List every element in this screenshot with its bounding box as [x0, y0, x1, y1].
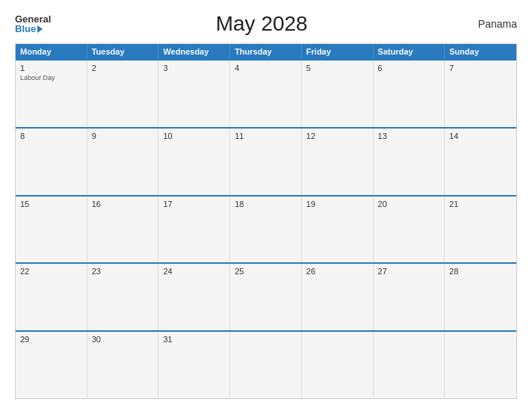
calendar-cell: [302, 332, 374, 398]
calendar-cell: 9: [87, 129, 159, 195]
calendar-cell: 27: [374, 264, 445, 330]
calendar-cell: 17: [158, 197, 230, 263]
header-sunday: Sunday: [445, 44, 516, 59]
day-number: 7: [449, 64, 512, 72]
header-thursday: Thursday: [230, 44, 302, 59]
calendar-cell: 6: [374, 61, 445, 127]
calendar-cell: 28: [445, 264, 516, 330]
week-row-4: 22232425262728: [16, 262, 516, 330]
calendar-cell: 25: [230, 264, 302, 330]
calendar-cell: 29: [16, 332, 87, 398]
calendar-cell: 5: [302, 61, 374, 127]
calendar-grid: Monday Tuesday Wednesday Thursday Friday…: [15, 43, 517, 399]
day-number: 4: [235, 64, 297, 72]
calendar-page: General Blue May 2028 Panama Monday Tues…: [0, 0, 532, 411]
calendar-cell: 19: [302, 197, 374, 263]
day-number: 24: [163, 267, 225, 276]
calendar-cell: 2: [87, 61, 159, 127]
logo: General Blue: [15, 14, 51, 34]
day-number: 3: [163, 64, 225, 72]
calendar-cell: 3: [158, 61, 230, 127]
calendar-cell: 22: [16, 264, 87, 330]
day-number: 25: [235, 267, 297, 276]
calendar-cell: 11: [230, 129, 302, 195]
calendar-cell: [445, 332, 516, 398]
calendar-cell: 7: [445, 61, 516, 127]
country-label: Panama: [472, 18, 517, 30]
calendar-cell: 20: [374, 197, 445, 263]
day-number: 19: [306, 200, 368, 208]
calendar-cell: 31: [158, 332, 230, 398]
day-number: 18: [235, 200, 297, 208]
day-number: 12: [306, 132, 368, 140]
week-row-5: 293031: [16, 330, 516, 398]
calendar-cell: [374, 332, 445, 398]
day-number: 14: [449, 132, 512, 140]
day-number: 30: [92, 335, 154, 344]
calendar-cell: 18: [230, 197, 302, 263]
day-number: 1: [20, 64, 82, 72]
calendar-cell: 8: [16, 129, 87, 195]
calendar-cell: 23: [87, 264, 159, 330]
logo-triangle-icon: [37, 25, 43, 33]
calendar-cell: 30: [87, 332, 159, 398]
day-number: 8: [20, 132, 82, 140]
calendar-cell: [230, 332, 302, 398]
calendar-cell: 13: [374, 129, 445, 195]
header-tuesday: Tuesday: [87, 44, 159, 59]
day-number: 5: [306, 64, 368, 72]
day-number: 6: [378, 64, 440, 72]
calendar-cell: 26: [302, 264, 374, 330]
week-row-2: 891011121314: [16, 127, 516, 195]
day-number: 13: [378, 132, 440, 140]
header-saturday: Saturday: [374, 44, 445, 59]
day-number: 11: [235, 132, 297, 140]
header-friday: Friday: [302, 44, 374, 59]
calendar-cell: 15: [16, 197, 87, 263]
header-monday: Monday: [16, 44, 87, 59]
holiday-label: Labour Day: [20, 74, 82, 83]
calendar-cell: 4: [230, 61, 302, 127]
logo-blue-text: Blue: [15, 24, 43, 34]
day-number: 10: [163, 132, 225, 140]
day-number: 22: [20, 267, 82, 276]
day-number: 15: [20, 200, 82, 208]
calendar-header: Monday Tuesday Wednesday Thursday Friday…: [16, 44, 516, 59]
week-row-1: 1Labour Day234567: [16, 59, 516, 127]
day-number: 2: [92, 64, 154, 72]
calendar-title: May 2028: [51, 12, 472, 36]
day-number: 26: [306, 267, 368, 276]
day-number: 23: [92, 267, 154, 276]
calendar-cell: 21: [445, 197, 516, 263]
calendar-cell: 10: [158, 129, 230, 195]
calendar-cell: 24: [158, 264, 230, 330]
calendar-cell: 16: [87, 197, 159, 263]
calendar-cell: 12: [302, 129, 374, 195]
calendar-cell: 14: [445, 129, 516, 195]
day-number: 31: [163, 335, 225, 344]
week-row-3: 15161718192021: [16, 195, 516, 263]
day-number: 17: [163, 200, 225, 208]
day-number: 21: [449, 200, 512, 208]
header: General Blue May 2028 Panama: [15, 12, 517, 36]
calendar-body: 1Labour Day23456789101112131415161718192…: [16, 59, 516, 398]
day-number: 16: [92, 200, 154, 208]
day-number: 9: [92, 132, 154, 140]
calendar-cell: 1Labour Day: [16, 61, 87, 127]
header-wednesday: Wednesday: [158, 44, 230, 59]
day-number: 20: [378, 200, 440, 208]
day-number: 29: [20, 335, 82, 344]
day-number: 28: [449, 267, 512, 276]
day-number: 27: [378, 267, 440, 276]
